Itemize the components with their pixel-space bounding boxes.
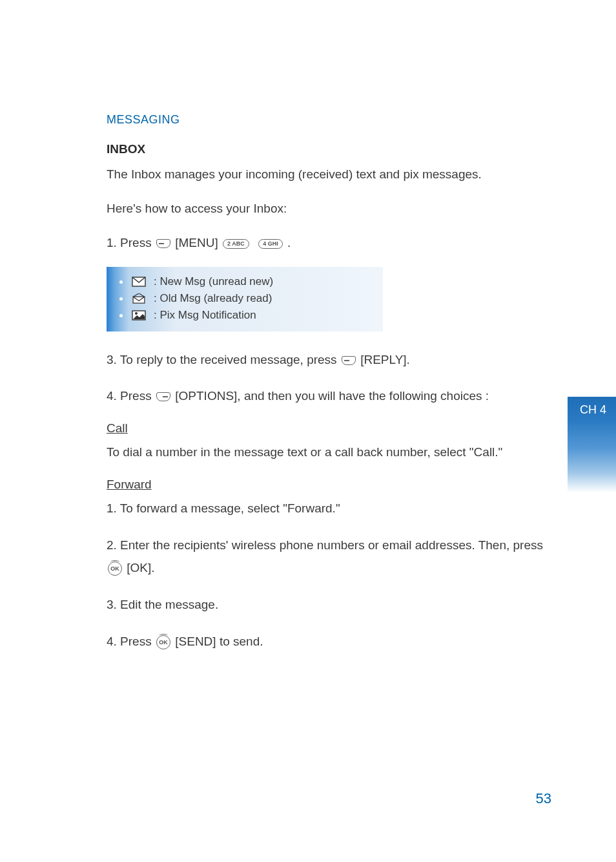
legend-item-new: : New Msg (unread new) (119, 273, 373, 290)
legend-label-new: : New Msg (unread new) (154, 275, 273, 288)
pix-msg-icon (132, 310, 146, 321)
forward-step-2: 2. Enter the recipients' wireless phone … (107, 534, 551, 579)
envelope-closed-icon (132, 277, 146, 287)
svg-point-3 (135, 312, 138, 315)
intro-text-2: Here's how to access your Inbox: (107, 197, 551, 220)
page-number: 53 (536, 790, 551, 807)
forward-step-1: 1. To forward a message, select "Forward… (107, 497, 551, 520)
step-3: 3. To reply to the received message, pre… (107, 348, 551, 371)
right-softkey-icon (156, 392, 170, 401)
key-2-icon: 2 ABC (223, 239, 249, 249)
fwd4-prefix: 4. Press (107, 635, 155, 648)
bullet-icon (119, 297, 123, 300)
step-1-menu: [MENU] (172, 236, 221, 249)
chapter-tab: CH 4 (568, 397, 616, 492)
envelope-open-icon (132, 293, 146, 304)
fwd4-suffix: [SEND] to send. (172, 635, 263, 648)
legend-item-pix: : Pix Msg Notification (119, 307, 373, 324)
step-4-suffix: [OPTIONS], and then you will have the fo… (172, 389, 489, 403)
left-softkey-icon (342, 356, 356, 365)
step-3-prefix: 3. To reply to the received message, pre… (107, 353, 340, 366)
fwd2-suffix: [OK]. (123, 561, 155, 574)
step-3-suffix: [REPLY]. (357, 353, 410, 366)
intro-text-1: The Inbox manages your incoming (receive… (107, 163, 551, 185)
option-forward-title: Forward (107, 478, 551, 492)
fwd2-prefix: 2. Enter the recipients' wireless phone … (107, 538, 543, 552)
step-4: 4. Press [OPTIONS], and then you will ha… (107, 384, 551, 407)
section-title: MESSAGING (107, 113, 551, 127)
step-1-prefix: 1. Press (107, 236, 155, 249)
step-1-suffix: . (284, 236, 291, 249)
legend-item-old: : Old Msg (already read) (119, 290, 373, 307)
ok-button-icon: OK (156, 635, 170, 649)
forward-step-4: 4. Press OK [SEND] to send. (107, 630, 551, 653)
step-1: 1. Press [MENU] 2 ABC 4 GHI . (107, 231, 551, 254)
forward-step-3: 3. Edit the message. (107, 593, 551, 616)
bullet-icon (119, 314, 123, 317)
legend-label-pix: : Pix Msg Notification (154, 309, 256, 322)
option-call-body: To dial a number in the message text or … (107, 441, 551, 463)
legend-label-old: : Old Msg (already read) (154, 292, 272, 305)
bullet-icon (119, 280, 123, 284)
option-call-title: Call (107, 421, 551, 436)
key-4-icon: 4 GHI (258, 239, 283, 249)
subsection-inbox: INBOX (107, 142, 551, 156)
left-softkey-icon (156, 239, 170, 248)
icon-legend-box: : New Msg (unread new) : Old Msg (alread… (107, 267, 383, 331)
step-4-prefix: 4. Press (107, 389, 155, 403)
ok-button-icon: OK (108, 562, 122, 576)
chapter-tab-label: CH 4 (568, 397, 616, 417)
